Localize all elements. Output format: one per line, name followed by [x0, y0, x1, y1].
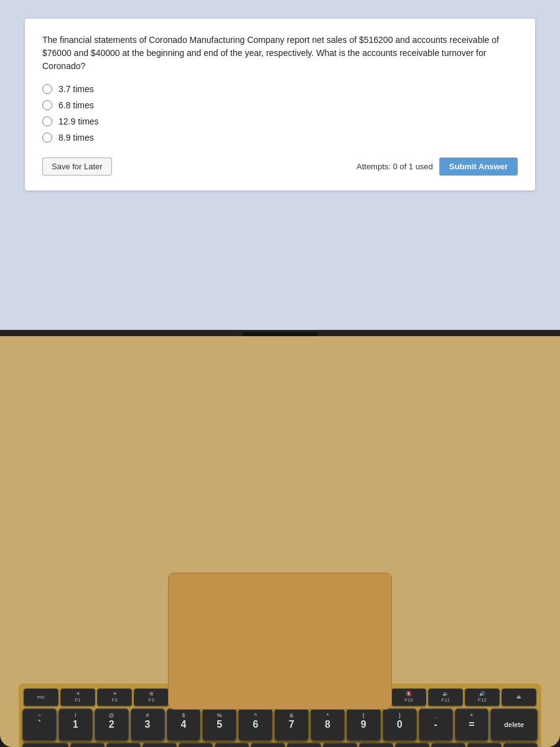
option-4-label: 8.9 times [58, 133, 94, 143]
option-1-radio[interactable] [42, 84, 52, 94]
key-0[interactable]: ) 0 [383, 708, 417, 741]
key-t[interactable]: T [215, 743, 249, 747]
save-later-button[interactable]: Save for Later [42, 157, 112, 176]
key-backtick[interactable]: ~ ` [22, 708, 57, 741]
key-f11[interactable]: 🔉F11 [428, 688, 463, 706]
key-8[interactable]: * 8 [310, 708, 345, 741]
key-minus[interactable]: _ - [419, 708, 453, 741]
key-bracket-r[interactable]: } ] [467, 743, 502, 747]
key-backslash[interactable]: | \ [503, 743, 538, 747]
key-9[interactable]: ( 9 [347, 708, 381, 741]
question-text: The financial statements of Coronado Man… [42, 34, 518, 73]
quiz-container: The financial statements of Coronado Man… [25, 19, 535, 190]
key-1[interactable]: ! 1 [58, 708, 93, 741]
option-3-radio[interactable] [42, 116, 52, 126]
key-7[interactable]: & 7 [274, 708, 309, 741]
key-bracket-l[interactable]: { [ [431, 743, 465, 747]
key-6[interactable]: ^ 6 [238, 708, 273, 741]
option-1[interactable]: 3.7 times [42, 84, 518, 94]
number-row: ~ ` ! 1 @ 2 # 3 $ 4 % 5 [22, 708, 538, 741]
key-e[interactable]: E [142, 743, 177, 747]
trackpad[interactable] [168, 573, 392, 710]
key-eject[interactable]: ⏏ [502, 688, 536, 706]
key-esc[interactable]: esc [24, 688, 58, 706]
footer-right: Attempts: 0 of 1 used Submit Answer [357, 157, 518, 176]
key-y[interactable]: Y [251, 743, 285, 747]
key-u[interactable]: U [287, 743, 321, 747]
option-4-radio[interactable] [42, 133, 52, 143]
key-i[interactable]: I [323, 743, 357, 747]
key-r[interactable]: R [179, 743, 213, 747]
qwerty-row: tab Q W E R T Y U I O P { [ } ] | \ [22, 743, 538, 747]
quiz-footer: Save for Later Attempts: 0 of 1 used Sub… [42, 157, 518, 176]
key-f2[interactable]: ☀F2 [97, 688, 132, 706]
key-w[interactable]: W [106, 743, 141, 747]
option-3-label: 12.9 times [58, 116, 99, 126]
submit-button[interactable]: Submit Answer [439, 157, 518, 176]
laptop-screen: The financial statements of Coronado Man… [0, 0, 560, 349]
key-4[interactable]: $ 4 [167, 708, 201, 741]
key-equals[interactable]: + = [455, 708, 489, 741]
key-f1[interactable]: ☀F1 [60, 688, 95, 706]
option-2-radio[interactable] [42, 100, 52, 110]
option-1-label: 3.7 times [58, 84, 94, 94]
option-2[interactable]: 6.8 times [42, 100, 518, 110]
key-delete[interactable]: delete [490, 708, 538, 741]
option-4[interactable]: 8.9 times [42, 133, 518, 143]
key-2[interactable]: @ 2 [95, 708, 129, 741]
key-f3[interactable]: ⊞F3 [134, 688, 169, 706]
key-p[interactable]: P [395, 743, 429, 747]
key-q[interactable]: Q [70, 743, 105, 747]
laptop-body: esc ☀F1 ☀F2 ⊞F3 ⊟F4 ✦F5 🌙F6 ◀◀F7 ▶⏸F8 ▶▶… [0, 336, 560, 747]
key-f10[interactable]: 🔇F10 [391, 688, 426, 706]
key-tab[interactable]: tab [22, 743, 68, 747]
options-list: 3.7 times 6.8 times 12.9 times 8.9 times [42, 84, 518, 143]
key-o[interactable]: O [359, 743, 393, 747]
key-5[interactable]: % 5 [202, 708, 236, 741]
key-f12[interactable]: 🔊F12 [465, 688, 500, 706]
key-3[interactable]: # 3 [131, 708, 165, 741]
option-3[interactable]: 12.9 times [42, 116, 518, 126]
attempts-text: Attempts: 0 of 1 used [357, 162, 433, 171]
option-2-label: 6.8 times [58, 100, 94, 110]
